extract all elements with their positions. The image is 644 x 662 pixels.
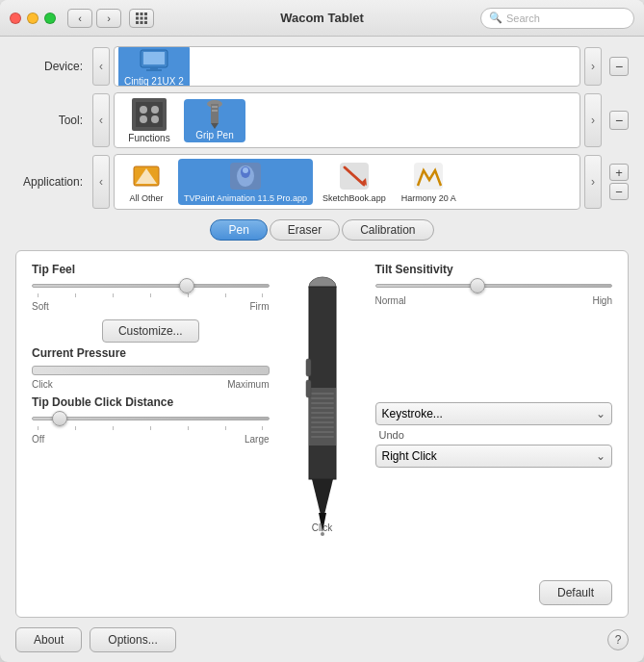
title-bar: ‹ › Wacom Tablet 🔍 Search — [0, 0, 644, 37]
svg-rect-0 — [136, 13, 139, 15]
device-minus-button[interactable]: − — [609, 57, 629, 76]
svg-rect-10 — [143, 52, 165, 64]
svg-rect-3 — [136, 16, 139, 19]
svg-rect-42 — [311, 421, 334, 423]
tool-minus-button[interactable]: − — [609, 111, 629, 130]
about-button[interactable]: About — [15, 627, 82, 652]
sketchbook-icon — [337, 161, 372, 191]
app-item-harmony[interactable]: Harmony 20 A — [396, 159, 462, 205]
panel-default-row: Default — [32, 580, 612, 605]
lower-button-row: Right Click ⌄ — [375, 445, 613, 468]
minimize-button[interactable] — [27, 13, 39, 24]
tvpaint-icon — [228, 161, 263, 191]
grip-pen-icon — [199, 101, 230, 128]
tilt-label-high: High — [592, 295, 612, 306]
tab-strip: Pen Eraser Calibration — [15, 219, 629, 241]
window-title: Wacom Tablet — [280, 11, 364, 25]
double-click-slider[interactable] — [32, 417, 270, 430]
tool-item-functions[interactable]: Functions — [118, 96, 180, 145]
svg-rect-34 — [309, 287, 336, 479]
svg-rect-5 — [144, 16, 147, 19]
upper-button-dropdown[interactable]: Keystroke... ⌄ — [375, 402, 613, 425]
upper-dropdown-chevron: ⌄ — [596, 407, 605, 420]
tilt-label-normal: Normal — [375, 295, 406, 306]
device-item-cintiq[interactable]: Cintiq 21UX 2 — [118, 46, 190, 87]
pen-panel: Tip Feel Soft — [15, 250, 629, 618]
svg-point-17 — [151, 115, 159, 123]
bottom-left-buttons: About Options... — [15, 627, 176, 652]
tab-eraser[interactable]: Eraser — [270, 219, 340, 241]
svg-rect-1 — [141, 13, 143, 15]
svg-point-28 — [243, 167, 248, 173]
app-name-tvpaint: TVPaint Animation 11.5 Pro.app — [184, 193, 307, 203]
tool-row: Tool: ‹ — [15, 92, 629, 148]
tip-feel-label-soft: Soft — [32, 301, 49, 312]
search-icon: 🔍 — [489, 12, 502, 24]
pen-svg — [303, 272, 342, 542]
app-item-tvpaint[interactable]: TVPaint Animation 11.5 Pro.app — [178, 159, 313, 205]
app-plus-minus: + − — [609, 164, 629, 200]
lower-button-dropdown[interactable]: Right Click ⌄ — [375, 445, 613, 468]
click-label: Click — [312, 522, 333, 533]
app-plus-button[interactable]: + — [609, 164, 629, 181]
application-row-inner: ‹ All Other — [92, 154, 629, 210]
svg-rect-7 — [141, 21, 143, 24]
double-click-label-large: Large — [245, 434, 270, 445]
app-item-all-other[interactable]: All Other — [118, 159, 174, 205]
tilt-thumb[interactable] — [470, 278, 485, 293]
tool-scroll-right[interactable]: › — [584, 93, 602, 147]
device-row-inner: ‹ Cintiq 21UX 2 — [92, 46, 629, 87]
search-bar[interactable]: 🔍 Search — [480, 8, 634, 29]
device-scroll-left[interactable]: ‹ — [92, 47, 110, 86]
double-click-thumb[interactable] — [52, 411, 67, 426]
tip-feel-track — [32, 284, 270, 288]
double-click-section: Tip Double Click Distance — [32, 395, 270, 445]
close-button[interactable] — [10, 13, 21, 24]
pressure-section: Current Pressure Click Maximum — [32, 346, 270, 390]
tab-calibration[interactable]: Calibration — [342, 219, 433, 241]
tool-scroll-left[interactable]: ‹ — [92, 93, 110, 147]
pen-image-area: Click — [289, 263, 356, 565]
svg-rect-6 — [136, 21, 139, 24]
svg-rect-22 — [212, 110, 218, 112]
svg-rect-21 — [212, 106, 218, 108]
tilt-title: Tilt Sensitivity — [375, 263, 613, 276]
app-name-harmony: Harmony 20 A — [401, 193, 456, 203]
double-click-ticks — [32, 426, 270, 430]
traffic-lights — [10, 13, 56, 24]
device-name-cintiq: Cintiq 21UX 2 — [124, 76, 184, 87]
customize-button[interactable]: Customize... — [102, 319, 199, 343]
double-click-track — [32, 417, 270, 420]
app-scroll-right[interactable]: › — [584, 155, 602, 209]
pen-buttons-section: Keystroke... ⌄ Undo Right Click ⌄ — [375, 402, 613, 468]
back-button[interactable]: ‹ — [67, 9, 92, 28]
tip-feel-label-firm: Firm — [250, 301, 270, 312]
tilt-section: Tilt Sensitivity Normal High — [375, 263, 613, 306]
grid-button[interactable] — [129, 9, 154, 28]
app-item-sketchbook[interactable]: SketchBook.app — [317, 159, 392, 205]
svg-rect-2 — [144, 13, 147, 15]
app-scroll-left[interactable]: ‹ — [92, 155, 110, 209]
tool-item-grip-pen[interactable]: Grip Pen — [184, 99, 245, 142]
tip-feel-title: Tip Feel — [32, 263, 270, 276]
svg-rect-37 — [311, 397, 334, 399]
tilt-slider[interactable] — [375, 284, 613, 288]
tab-pen[interactable]: Pen — [210, 219, 267, 241]
maximize-button[interactable] — [44, 13, 56, 24]
undo-label: Undo — [379, 429, 613, 441]
main-window: ‹ › Wacom Tablet 🔍 Search Device: ‹ — [0, 0, 644, 662]
app-minus-button[interactable]: − — [609, 183, 629, 200]
help-button[interactable]: ? — [607, 629, 629, 650]
tip-feel-thumb[interactable] — [179, 278, 194, 293]
options-button[interactable]: Options... — [90, 627, 175, 652]
svg-rect-44 — [311, 431, 334, 433]
pressure-bar — [32, 366, 270, 375]
svg-rect-13 — [136, 102, 163, 127]
double-click-title: Tip Double Click Distance — [32, 395, 270, 409]
nav-buttons: ‹ › — [67, 9, 121, 28]
tip-feel-slider[interactable] — [32, 284, 270, 297]
default-button[interactable]: Default — [539, 580, 612, 605]
forward-button[interactable]: › — [96, 9, 121, 28]
svg-marker-20 — [211, 123, 219, 129]
device-scroll-right[interactable]: › — [584, 47, 602, 86]
